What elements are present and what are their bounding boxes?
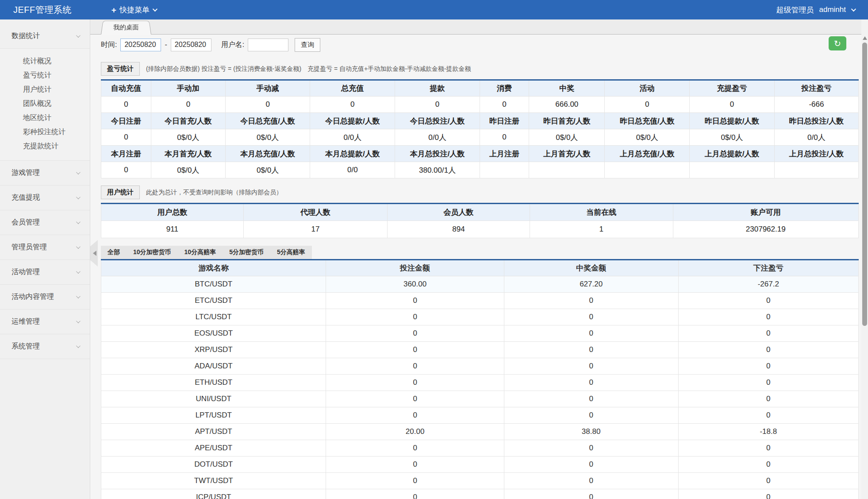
table-value-cell: 0 — [504, 473, 678, 489]
table-header-cell: 昨日总充值/人数 — [605, 113, 690, 129]
table-value-cell: 0 — [678, 407, 858, 424]
sidebar-group-7[interactable]: 运维管理 — [0, 309, 90, 334]
game-filter-tabs: 全部10分加密货币10分高赔率5分加密货币5分高赔率 — [101, 246, 312, 259]
plus-icon: + — [111, 6, 116, 14]
vertical-scrollbar[interactable] — [861, 19, 868, 499]
username-input[interactable] — [248, 39, 288, 51]
table-row: LTC/USDT000 — [101, 309, 859, 325]
sidebar-item[interactable]: 团队概况 — [0, 97, 90, 111]
time-label: 时间: — [101, 40, 117, 50]
refresh-icon: ↻ — [834, 39, 841, 49]
sidebar-group-0[interactable]: 数据统计 — [0, 24, 90, 49]
sidebar-item[interactable]: 充提款统计 — [0, 139, 90, 153]
table-value-cell: 0 — [504, 358, 678, 375]
sidebar-group-label: 管理员管理 — [12, 243, 47, 252]
table-header-cell: 代理人数 — [243, 204, 387, 221]
chevron-down-icon — [851, 7, 856, 12]
table-value-cell: 666.00 — [529, 97, 605, 113]
sidebar-item[interactable]: 统计概况 — [0, 54, 90, 68]
table-value-cell: 0 — [504, 375, 678, 391]
profit-section-title: 盈亏统计 — [101, 62, 140, 76]
table-value-cell: -666 — [774, 97, 858, 113]
chevron-down-icon — [76, 294, 81, 298]
sidebar-group-4[interactable]: 管理员管理 — [0, 235, 90, 260]
table-value-cell: 0 — [326, 325, 504, 342]
table-header-cell: 自动充值 — [101, 80, 151, 97]
table-value-cell: 0 — [310, 97, 395, 113]
sidebar-item[interactable]: 彩种投注统计 — [0, 125, 90, 139]
game-tab-1[interactable]: 10分加密货币 — [127, 246, 178, 259]
sidebar-group-label: 活动内容管理 — [12, 292, 54, 302]
top-navbar: JEFF管理系统 + 快捷菜单 超级管理员 adminht — [0, 0, 868, 19]
table-header-cell: 上月总投注/人数 — [774, 146, 858, 162]
table-value-cell: 20.00 — [326, 424, 504, 440]
table-row: 自动充值手动加手动减总充值提款消费中奖活动充提盈亏投注盈亏 — [101, 80, 859, 97]
game-tab-3[interactable]: 5分加密货币 — [223, 246, 270, 259]
game-tab-4[interactable]: 5分高赔率 — [270, 246, 312, 259]
scrollbar-thumb[interactable] — [862, 43, 867, 326]
table-header-cell: 今日总投注/人数 — [395, 113, 480, 129]
date-to-input[interactable] — [171, 39, 211, 51]
table-header-cell: 上月总提款/人数 — [690, 146, 775, 162]
table-header-cell: 本月注册 — [101, 146, 151, 162]
chevron-down-icon — [76, 319, 81, 323]
user-menu[interactable]: 超级管理员 adminht — [776, 5, 868, 15]
sidebar-group-2[interactable]: 充值提现 — [0, 186, 90, 210]
sidebar-group-3[interactable]: 会员管理 — [0, 210, 90, 235]
quick-menu-button[interactable]: + 快捷菜单 — [111, 5, 156, 15]
chevron-down-icon — [76, 344, 81, 348]
table-header-cell: 本月总提款/人数 — [310, 146, 395, 162]
sidebar-item[interactable]: 用户统计 — [0, 82, 90, 97]
table-value-cell: 0/0 — [310, 162, 395, 178]
chevron-down-icon — [76, 244, 81, 249]
table-row: 00$/0人0$/0人0/0人0/0人00$/0人0$/0人0$/0人0/0人 — [101, 129, 859, 146]
table-value-cell: 0/0人 — [774, 129, 858, 146]
chevron-down-icon — [153, 7, 157, 12]
chevron-down-icon — [76, 269, 81, 274]
date-separator: - — [165, 41, 167, 49]
table-value-cell: 0 — [504, 489, 678, 499]
table-value-cell: 0 — [151, 97, 225, 113]
table-value-cell: 0$/0人 — [690, 129, 775, 146]
table-row: APE/USDT000 — [101, 440, 859, 456]
games-table: 游戏名称投注金额中奖金额下注盈亏BTC/USDT360.00627.20-267… — [101, 259, 859, 499]
tab-my-desktop[interactable]: 我的桌面 — [101, 21, 151, 35]
table-header-cell: 昨日首充/人数 — [529, 113, 605, 129]
sidebar-group-5[interactable]: 活动管理 — [0, 260, 90, 285]
table-value-cell: 0/0人 — [395, 129, 480, 146]
table-header-cell: 会员人数 — [388, 204, 530, 221]
table-value-cell: 0 — [678, 473, 858, 489]
table-value-cell: 0 — [326, 489, 504, 499]
dashboard-body: 盈亏统计 (排除内部会员数据) 投注盈亏 = (投注消费金额-返奖金额) 充提盈… — [90, 55, 861, 499]
game-tab-0[interactable]: 全部 — [101, 246, 127, 259]
table-header-cell: 活动 — [605, 80, 690, 97]
sidebar-group-6[interactable]: 活动内容管理 — [0, 285, 90, 309]
table-header-cell: 中奖 — [529, 80, 605, 97]
table-value-cell: 0 — [678, 456, 858, 473]
table-value-cell: 0 — [326, 407, 504, 424]
query-button[interactable]: 查询 — [295, 38, 320, 52]
table-value-cell: ETH/USDT — [101, 375, 326, 391]
sidebar-group-8[interactable]: 系统管理 — [0, 334, 90, 359]
sidebar-item[interactable]: 地区统计 — [0, 111, 90, 125]
table-row: ETH/USDT000 — [101, 375, 859, 391]
table-value-cell: XRP/USDT — [101, 342, 326, 358]
scroll-up-icon[interactable] — [863, 36, 867, 40]
table-value-cell — [529, 162, 605, 178]
table-header-cell: 手动加 — [151, 80, 225, 97]
game-tab-2[interactable]: 10分高赔率 — [178, 246, 223, 259]
table-value-cell: 0$/0人 — [151, 162, 225, 178]
table-value-cell: APT/USDT — [101, 424, 326, 440]
sidebar-group-label: 活动管理 — [12, 267, 40, 277]
sidebar-group-1[interactable]: 游戏管理 — [0, 161, 90, 186]
chevron-down-icon — [76, 220, 81, 224]
table-value-cell: 0 — [678, 358, 858, 375]
date-from-input[interactable] — [120, 39, 161, 51]
refresh-button[interactable]: ↻ — [829, 36, 846, 50]
table-header-cell: 用户总数 — [101, 204, 244, 221]
table-header-cell: 上月首充/人数 — [529, 146, 605, 162]
table-value-cell: 0$/0人 — [151, 129, 225, 146]
table-value-cell: 0 — [678, 375, 858, 391]
main-frame: 数据统计统计概况盈亏统计用户统计团队概况地区统计彩种投注统计充提款统计游戏管理充… — [0, 19, 868, 499]
sidebar-item[interactable]: 盈亏统计 — [0, 68, 90, 82]
